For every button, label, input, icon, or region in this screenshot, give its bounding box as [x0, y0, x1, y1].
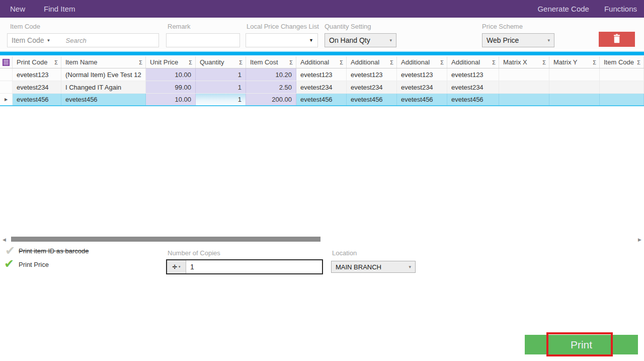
sigma-summary-icon[interactable]: Σ — [542, 59, 546, 65]
price-scheme-select[interactable]: Web Price ▾ — [482, 33, 554, 47]
horizontal-scrollbar-thumb[interactable] — [11, 237, 320, 242]
grid-cell[interactable] — [600, 94, 644, 105]
remark-input[interactable] — [167, 34, 239, 47]
grid-cell[interactable] — [499, 68, 549, 81]
delete-button[interactable] — [599, 32, 635, 47]
table-row[interactable]: evetest234I Changed IT Again99.0012.50ev… — [0, 81, 644, 94]
grid-cell[interactable]: evetest234 — [13, 81, 61, 93]
grid-cell[interactable] — [549, 94, 600, 105]
grid-cell[interactable] — [499, 81, 549, 93]
grid-cell[interactable] — [499, 94, 549, 105]
sigma-summary-icon[interactable]: Σ — [637, 59, 640, 65]
column-header-additional[interactable]: AdditionalΣ — [397, 56, 447, 68]
grid-cell[interactable]: I Changed IT Again — [61, 81, 146, 93]
grid-cell[interactable]: evetest123 — [347, 68, 397, 81]
column-header-print-code[interactable]: Print CodeΣ — [13, 56, 61, 68]
column-header-unit-price[interactable]: Unit PriceΣ — [146, 56, 196, 68]
grid-cell[interactable] — [549, 68, 600, 81]
grid-cell[interactable]: 1 — [196, 94, 246, 105]
column-header-additional[interactable]: AdditionalΣ — [447, 56, 499, 68]
local-price-changes-combo[interactable]: ▼ — [246, 33, 318, 47]
column-header-label: Additional — [300, 58, 329, 66]
row-selector-marker-icon[interactable]: ▶ — [0, 94, 13, 105]
grid-cell[interactable]: 10.20 — [246, 68, 296, 81]
grid-cell[interactable] — [549, 81, 600, 93]
grid-top-accent-bar — [0, 51, 644, 55]
location-value: MAIN BRANCH — [336, 263, 381, 271]
grid-cell[interactable]: evetest123 — [296, 68, 347, 81]
grid-cell[interactable]: evetest456 — [447, 94, 499, 105]
print-button[interactable]: Print — [525, 335, 638, 354]
grid-cell[interactable]: evetest234 — [397, 81, 447, 93]
grid-cell[interactable]: 1 — [196, 68, 246, 81]
remark-field[interactable] — [166, 33, 240, 47]
grid-cell[interactable]: 10.00 — [146, 94, 196, 105]
copies-spinner-button[interactable]: ÷ ▾ — [167, 260, 186, 273]
column-header-item-cost[interactable]: Item CostΣ — [246, 56, 296, 68]
grid-cell[interactable]: evetest234 — [296, 81, 347, 93]
sigma-summary-icon[interactable]: Σ — [390, 59, 393, 65]
menu-item-functions[interactable]: Functions — [604, 5, 637, 13]
grid-cell[interactable]: evetest456 — [397, 94, 447, 105]
location-label: Location — [332, 249, 357, 257]
sigma-summary-icon[interactable]: Σ — [492, 59, 496, 65]
grid-cell[interactable]: evetest234 — [447, 81, 499, 93]
search-input[interactable] — [66, 37, 146, 44]
grid-cell[interactable]: evetest456 — [13, 94, 61, 105]
sigma-summary-icon[interactable]: Σ — [440, 59, 444, 65]
column-header-label: Unit Price — [150, 58, 178, 66]
menu-item-find-item[interactable]: Find Item — [44, 5, 75, 13]
column-header-matrix-x[interactable]: Matrix XΣ — [499, 56, 549, 68]
grid-cell[interactable]: evetest123 — [397, 68, 447, 81]
print-price-label[interactable]: Print Price — [19, 261, 49, 268]
grid-cell[interactable]: 2.50 — [246, 81, 296, 93]
row-selector[interactable] — [0, 81, 13, 93]
sigma-summary-icon[interactable]: Σ — [239, 59, 243, 65]
menu-item-generate-code[interactable]: Generate Code — [537, 5, 589, 13]
table-row[interactable]: evetest123(Normal Item) Eve Test 1210.00… — [0, 68, 644, 81]
sigma-summary-icon[interactable]: Σ — [340, 59, 343, 65]
column-header-item-code[interactable]: Item CodeΣ — [600, 56, 644, 68]
grid-cell[interactable]: 1 — [196, 81, 246, 93]
sigma-summary-icon[interactable]: Σ — [289, 59, 293, 65]
grid-cell[interactable]: evetest234 — [347, 81, 397, 93]
item-code-search-box[interactable]: Item Code ▼ — [7, 33, 159, 47]
chevron-down-icon: ▾ — [409, 264, 411, 269]
print-barcode-checkmark-icon[interactable]: ✔ — [5, 245, 15, 257]
column-header-label: Item Cost — [250, 58, 278, 66]
select-all-corner[interactable] — [0, 56, 13, 68]
grid-cell[interactable]: 10.00 — [146, 68, 196, 81]
quantity-setting-select[interactable]: On Hand Qty ▾ — [325, 33, 396, 47]
print-barcode-label[interactable]: Print item ID as barcode — [19, 247, 89, 255]
grid-cell[interactable]: evetest456 — [61, 94, 146, 105]
grid-cell[interactable]: evetest123 — [13, 68, 61, 81]
grid-cell[interactable]: evetest456 — [347, 94, 397, 105]
sigma-summary-icon[interactable]: Σ — [189, 59, 192, 65]
scroll-right-arrow-icon[interactable]: ▶ — [638, 237, 641, 242]
grid-cell[interactable]: 99.00 — [146, 81, 196, 93]
sigma-summary-icon[interactable]: Σ — [593, 59, 596, 65]
column-header-matrix-y[interactable]: Matrix YΣ — [549, 56, 600, 68]
menu-item-new[interactable]: New — [10, 5, 25, 13]
column-header-quantity[interactable]: QuantityΣ — [196, 56, 246, 68]
sigma-summary-icon[interactable]: Σ — [139, 59, 142, 65]
scroll-left-arrow-icon[interactable]: ◀ — [3, 237, 6, 242]
row-selector[interactable] — [0, 68, 13, 81]
menu-right-group: Generate Code Functions — [537, 5, 644, 13]
grid-cell[interactable]: evetest456 — [296, 94, 347, 105]
grid-cell[interactable]: (Normal Item) Eve Test 12 — [61, 68, 146, 81]
column-header-item-name[interactable]: Item NameΣ — [61, 56, 146, 68]
column-header-additional[interactable]: AdditionalΣ — [347, 56, 397, 68]
grid-cell[interactable]: evetest123 — [447, 68, 499, 81]
grid-cell[interactable] — [600, 81, 644, 93]
copies-value[interactable]: 1 — [186, 260, 322, 273]
sigma-summary-icon[interactable]: Σ — [54, 59, 58, 65]
print-price-checkmark-icon[interactable]: ✔ — [4, 258, 14, 270]
number-of-copies-field[interactable]: ÷ ▾ 1 — [166, 259, 323, 274]
location-select[interactable]: MAIN BRANCH ▾ — [331, 261, 416, 273]
column-header-additional[interactable]: AdditionalΣ — [296, 56, 347, 68]
grid-cell[interactable] — [600, 68, 644, 81]
grid-cell[interactable]: 200.00 — [246, 94, 296, 105]
table-row[interactable]: ▶evetest456evetest45610.001200.00evetest… — [0, 94, 644, 106]
item-code-field-selector[interactable]: Item Code ▼ — [12, 36, 51, 44]
